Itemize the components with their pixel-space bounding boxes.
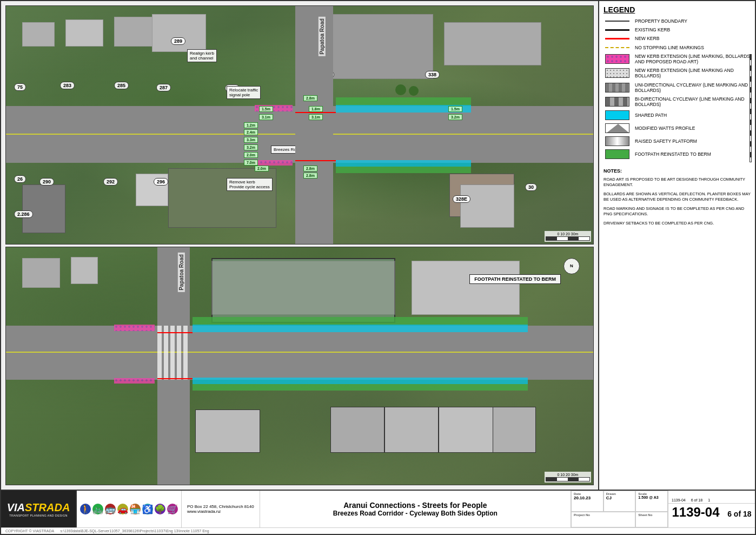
legend-item-no-stopping: NO STOPPING LINE MARKINGS [604,45,751,50]
compass: N [563,258,580,274]
road-centerline-bot [6,352,593,353]
badge-328e: 328E [453,195,470,203]
dim-2-8m-2: 2.8m [303,166,317,171]
dim-1-2m: 1.2m [244,122,258,128]
kerb-ext-bot-2 [114,378,155,384]
meta-sheet-no-label: Sheet No [638,513,665,517]
legend-item-existing-kerb: EXISTING KERB [604,27,751,32]
drawing-title-text: Breezes Road Corridor - Cycleway Both Si… [333,510,498,517]
main-content: Papatoa Road [1,1,755,490]
badge-296: 296 [154,178,168,186]
shared-path-top-2 [336,160,471,167]
legend-symbol-cycleway-bi [604,97,631,107]
icon-4: 🚗 [117,504,128,514]
dim-1-5m-2: 1.5m [448,106,462,112]
tree-2 [409,86,419,96]
logo-via: VIA [7,501,25,514]
note-3: ROAD MARKING AND SIGNAGE IS TO BE COMPLE… [604,206,751,217]
building-bot-1 [22,184,65,233]
badge-75: 75 [14,83,26,91]
legend-label-cycleway-uni: UNI-DIRECTIONAL CYCLEWAY (LINE MARKING A… [635,82,751,93]
meta-drawn: Drawn CJ [604,491,636,512]
legend-label-raised-safety: RAISED SAFETY PLATFORM [635,138,697,144]
scale-bar-bot: 0 10 20 30m [545,472,591,483]
shared-path-bot-1 [193,325,528,332]
dim-1-8m-1: 1.8m [309,106,323,112]
bld-right-large [412,261,520,315]
sheet-of-large: 6 of 18 [727,510,751,518]
new-kerb-bot-2 [157,378,193,379]
icon-5: 🏪 [130,504,141,514]
map-top: Papatoa Road [5,5,594,245]
dim-1-5m-1: 1.5m [259,106,273,112]
kerb-ext-2 [255,160,293,166]
file-path-text: s:\1393data\BJE-SQL-Server11057_36398126… [61,529,209,533]
legend-symbol-new-kerb [604,38,631,39]
legend-item-modified-watts: MODIFIED WATTS PROFILE [604,123,751,133]
rev-value: 1 [708,498,710,502]
note-4: DRIVEWAY SETBACKS TO BE COMPLETED AS PER… [604,221,751,227]
badge-287: 287 [156,84,171,91]
legend-item-cycleway-bi: BI-DIRECTIONAL CYCLEWAY (LINE MARKING AN… [604,96,751,107]
dim-3-2m-2: 3.2m [448,114,462,120]
legend-label-modified-watts: MODIFIED WATTS PROFILE [635,126,695,131]
callout-realign-top: Realign kerband channel [187,49,217,62]
legend-item-shared-path: SHARED PATH [604,110,751,120]
legend-item-new-kerb: NEW KERB [604,36,751,41]
parking-center [211,261,395,315]
sheet-number-large: 1139-04 6 of 18 [668,504,755,521]
dim-3-3m: 3.3m [244,137,258,143]
note-2: BOLLARDS ARE SHOWN AS VERTICAL DEFLECTIO… [604,191,751,203]
logo-strada: STRADA [25,501,70,514]
icon-6: ♿ [142,504,153,514]
footer: VIA STRADA TRANSPORT PLANNING AND DESIGN… [1,490,755,527]
bld-bottom-3 [384,407,439,453]
map-bottom: Papatoa Road [5,247,594,486]
building-top-center [152,14,206,52]
legend-label-no-stopping: NO STOPPING LINE MARKINGS [635,45,704,50]
legend-symbol-kerb-ext-magenta [604,54,631,64]
dim-2-0m-1: 2.0m [244,152,258,158]
meta-drawn-value: CJ [606,496,633,500]
badge-283: 283 [60,82,75,89]
logo-text: VIA STRADA [7,501,70,514]
new-kerb-top-2 [295,160,336,161]
legend-item-kerb-ext-gray: NEW KERB EXTENSION (LINE MARKING AND BOL… [604,68,751,78]
dim-7-0m: 7.0m [244,160,258,166]
shared-path-bot-2 [193,378,528,384]
legend-item-property-boundary: PROPERTY BOUNDARY [604,18,751,24]
logo-tagline: TRANSPORT PLANNING AND DESIGN [9,514,68,517]
meta-proj-no: Project No [571,512,635,528]
parking-bot-right [460,184,514,228]
footpath-green-bot-1 [193,317,528,325]
badge-289: 289 [171,37,185,45]
legend-symbol-shared-path [604,110,631,120]
contact-website: www.viastrada.nz [187,509,254,514]
footpath-green-bot-2 [193,384,528,391]
building-tl-1 [22,22,55,47]
badge-290: 290 [39,178,54,186]
footpath-green-top-2 [336,167,471,173]
notes-section: NOTES: ROAD ART IS PROPOSED TO BE ART DE… [604,168,751,229]
badge-338: 338 [425,71,440,78]
badge-26: 26 [14,175,26,183]
footpath-green-top-1 [336,97,471,105]
building-bot-3 [168,168,276,228]
legend-item-raised-safety: RAISED SAFETY PLATFORM [604,136,751,146]
project-no-value: 1139-04 [672,498,686,502]
badge-292: 292 [103,178,118,186]
icon-8: 🛒 [167,504,178,514]
legend-symbol-footpath [604,149,631,159]
meta-scale: Scale 1:500 @ A3 [635,491,668,512]
icon-3: 🚌 [105,504,116,514]
copyright-bar: COPYRIGHT © VIASTRADA s:\1393data\BJE-SQ… [1,527,755,534]
copyright-text: COPYRIGHT © VIASTRADA [5,529,54,533]
badge-30: 30 [525,183,537,191]
papatoa-road-label-bot: Papatoa Road [178,253,185,292]
road-horiz-bot [6,326,593,380]
legend-symbol-no-stopping [604,47,631,48]
notes-title: NOTES: [604,168,751,175]
parking-right [444,22,541,65]
legend-symbol-property-boundary [604,21,631,22]
new-kerb-top-1 [295,112,336,113]
